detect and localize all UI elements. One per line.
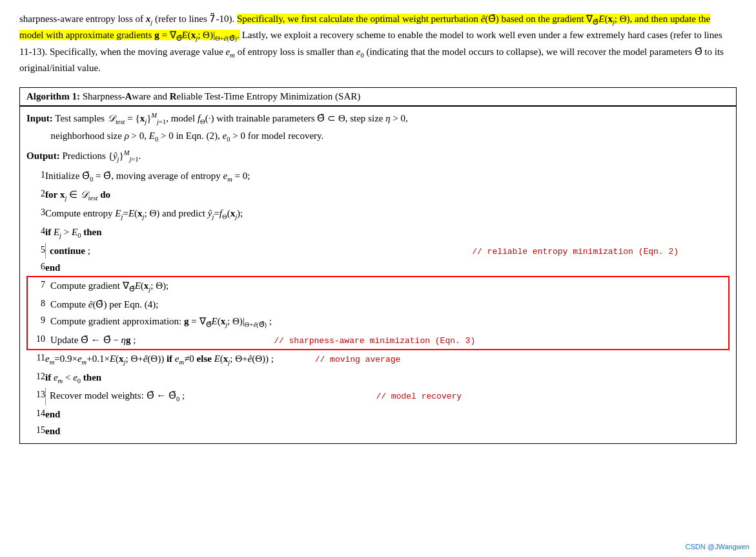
- line-content-6: end: [45, 259, 729, 277]
- algo-line-7: 7 Compute gradient ∇Θ̃E(xj; Θ);: [27, 277, 729, 296]
- line-num-1: 1: [27, 167, 45, 186]
- algorithm-box: Algorithm 1: Sharpness-Aware and Reliabl…: [19, 87, 737, 444]
- line-num-13: 13: [27, 387, 45, 406]
- line-num-9: 9: [27, 313, 45, 331]
- line-num-7: 7: [27, 277, 45, 296]
- algorithm-body: Input: Test samples 𝒟test = {xj}Mj=1, mo…: [20, 107, 736, 443]
- algo-line-15: 15 end: [27, 423, 729, 439]
- algo-title-label: Algorithm 1:: [26, 91, 80, 101]
- algo-line-10: 10 Update Θ̃ ← Θ̃ − ηg ; // sharpness-aw…: [27, 331, 729, 350]
- line-content-9: Compute gradient approximation: g = ∇Θ̃E…: [45, 313, 729, 331]
- line-content-15: end: [45, 423, 729, 439]
- line-content-4: if Ej > E0 then: [45, 224, 729, 242]
- algo-input: Input: Test samples 𝒟test = {xj}Mj=1, mo…: [26, 110, 730, 145]
- algorithm-title: Algorithm 1: Sharpness-Aware and Reliabl…: [20, 88, 736, 107]
- line-content-2: for xj ∈ 𝒟test do: [45, 186, 729, 205]
- line-num-14: 14: [27, 406, 45, 423]
- line-num-2: 2: [27, 186, 45, 205]
- line-num-3: 3: [27, 205, 45, 224]
- algo-line-6: 6 end: [27, 259, 729, 277]
- algo-line-4: 4 if Ej > E0 then: [27, 224, 729, 242]
- line-num-6: 6: [27, 259, 45, 277]
- intro-text: sharpness-aware entropy loss of xj (refe…: [19, 12, 737, 76]
- algo-line-5: 5 continue ; // reliable entropy minimiz…: [27, 242, 729, 260]
- line-num-15: 15: [27, 423, 45, 439]
- input-label: Input:: [26, 113, 53, 123]
- algo-line-12: 12 if em < e0 then: [27, 369, 729, 388]
- algo-line-2: 2 for xj ∈ 𝒟test do: [27, 186, 729, 205]
- line-content-5: continue ; // reliable entropy minimizat…: [45, 242, 729, 260]
- algo-title-desc: Sharpness-Aware and Reliable Test-Time E…: [83, 91, 361, 101]
- line-content-10: Update Θ̃ ← Θ̃ − ηg ; // sharpness-aware…: [45, 331, 729, 350]
- algo-line-8: 8 Compute ê(Θ̃) per Eqn. (4);: [27, 296, 729, 313]
- line-content-12: if em < e0 then: [45, 369, 729, 388]
- watermark: CSDN @JWangwen: [686, 543, 750, 551]
- algo-line-9: 9 Compute gradient approximation: g = ∇Θ…: [27, 313, 729, 331]
- line-num-5: 5: [27, 242, 45, 260]
- algo-line-3: 3 Compute entropy Ej=E(xj; Θ) and predic…: [27, 205, 729, 224]
- line-content-14: end: [45, 406, 729, 423]
- algo-line-13: 13 Recover model weights: Θ̃ ← Θ̃0 ; // …: [27, 387, 729, 406]
- line-content-8: Compute ê(Θ̃) per Eqn. (4);: [45, 296, 729, 313]
- line-content-11: em=0.9×em+0.1×E(xj; Θ+ê(Θ)) if em≠0 else…: [45, 350, 729, 369]
- line-content-1: Initialize Θ̃0 = Θ̃, moving average of e…: [45, 167, 729, 186]
- line-content-7: Compute gradient ∇Θ̃E(xj; Θ);: [45, 277, 729, 296]
- algo-line-1: 1 Initialize Θ̃0 = Θ̃, moving average of…: [27, 167, 729, 186]
- line-num-8: 8: [27, 296, 45, 313]
- algo-line-11: 11 em=0.9×em+0.1×E(xj; Θ+ê(Θ)) if em≠0 e…: [27, 350, 729, 369]
- algorithm-lines-table: 1 Initialize Θ̃0 = Θ̃, moving average of…: [26, 167, 730, 439]
- line-content-3: Compute entropy Ej=E(xj; Θ) and predict …: [45, 205, 729, 224]
- algo-line-14: 14 end: [27, 406, 729, 423]
- algo-output: Output: Predictions {ŷj}Mj=1.: [26, 148, 730, 165]
- output-label: Output:: [26, 151, 60, 161]
- line-num-11: 11: [27, 350, 45, 369]
- line-num-10: 10: [27, 331, 45, 350]
- line-content-13: Recover model weights: Θ̃ ← Θ̃0 ; // mod…: [45, 387, 729, 406]
- intro-paragraph: sharpness-aware entropy loss of xj (refe…: [19, 12, 737, 76]
- highlighted-text: Specifically, we first calculate the opt…: [19, 14, 710, 40]
- line-num-12: 12: [27, 369, 45, 388]
- line-num-4: 4: [27, 224, 45, 242]
